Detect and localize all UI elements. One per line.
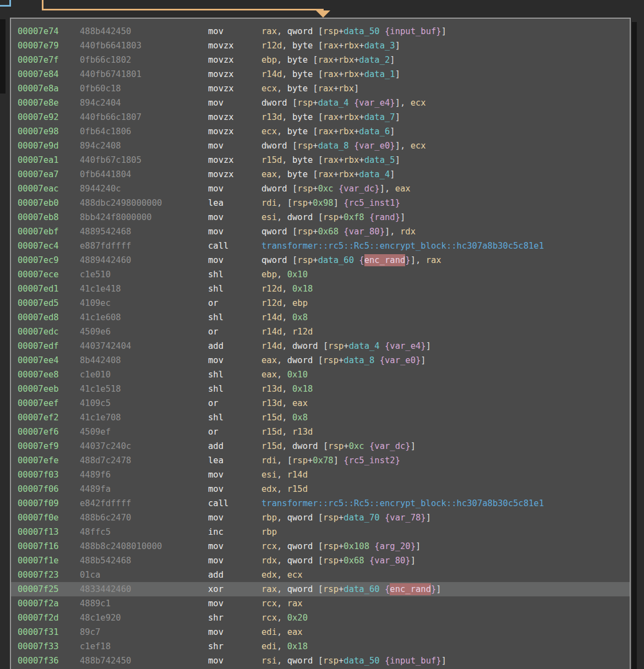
instruction-row[interactable]: 00007efe488d7c2478leardi, [rsp+0x78] {rc… (11, 453, 630, 468)
instruction-mnemonic[interactable]: shl (208, 267, 261, 282)
operand-token[interactable]: r15d (261, 413, 282, 423)
operand-token[interactable]: data_8 (343, 355, 374, 365)
instruction-address[interactable]: 00007ef6 (18, 425, 80, 439)
operand-token[interactable]: r15d (261, 155, 282, 165)
instruction-address[interactable]: 00007e92 (18, 110, 80, 124)
operand-token[interactable]: 0x10 (287, 270, 308, 279)
operand-token[interactable]: } (431, 584, 436, 594)
instruction-mnemonic[interactable]: add (208, 439, 261, 453)
operand-token[interactable]: {rc5_inst1} (339, 198, 400, 208)
instruction-address[interactable]: 00007f09 (18, 496, 80, 511)
operand-token[interactable]: 0x78 (313, 456, 333, 465)
operand-token[interactable]: data_7 (364, 112, 395, 122)
instruction-address[interactable]: 00007e79 (18, 39, 80, 53)
operand-token[interactable]: edx (261, 570, 277, 580)
operand-token[interactable]: r13d (261, 398, 282, 408)
operand-token[interactable]: rbp (261, 513, 277, 523)
instruction-mnemonic[interactable]: call (208, 496, 261, 511)
operand-token[interactable]: r14d (261, 341, 282, 351)
instruction-row[interactable]: 00007f2a4889c1movrcx, rax (11, 596, 630, 611)
instruction-row[interactable]: 00007ec94889442460movqword [rsp+data_60 … (11, 253, 630, 267)
instruction-address[interactable]: 00007f06 (18, 482, 80, 496)
instruction-row[interactable]: 00007f064489famovedx, r15d (11, 482, 630, 496)
operand-token[interactable]: { (354, 255, 364, 265)
instruction-address[interactable]: 00007f25 (18, 582, 80, 596)
operand-token[interactable]: { (380, 584, 390, 594)
operand-token[interactable]: data_8 (318, 141, 349, 151)
instruction-row[interactable]: 00007ed54109ecorr12d, ebp (11, 296, 630, 310)
instruction-address[interactable]: 00007f03 (18, 468, 80, 482)
operand-token[interactable]: rsp (292, 198, 308, 208)
instruction-address[interactable]: 00007ec9 (18, 253, 80, 267)
operand-token[interactable]: {var_dc} (364, 441, 411, 451)
operand-token[interactable]: r12d (261, 298, 282, 308)
instruction-mnemonic[interactable]: shr (208, 611, 261, 625)
operand-token[interactable]: rsp (297, 227, 313, 237)
instruction-mnemonic[interactable]: mov (208, 182, 261, 196)
instruction-mnemonic[interactable]: mov (208, 482, 261, 496)
operand-token[interactable]: {input_buf} (380, 26, 441, 36)
operand-token[interactable]: {var_e0} (374, 355, 421, 365)
instruction-address[interactable]: 00007e8a (18, 81, 80, 96)
instruction-address[interactable]: 00007e7f (18, 53, 80, 67)
instruction-address[interactable]: 00007e9d (18, 139, 80, 153)
operand-token[interactable]: rax (318, 169, 334, 179)
operand-token[interactable]: ecx (261, 84, 277, 94)
instruction-mnemonic[interactable]: add (208, 339, 261, 353)
instruction-row[interactable]: 00007ec4e887fdffffcalltransformer::rc5::… (11, 239, 630, 253)
operand-token[interactable]: eax (261, 370, 277, 380)
instruction-mnemonic[interactable]: shl (208, 282, 261, 296)
operand-token[interactable]: r14d (261, 312, 282, 322)
instruction-mnemonic[interactable]: mov (208, 596, 261, 611)
operand-token[interactable]: 0x20 (287, 613, 308, 623)
instruction-mnemonic[interactable]: or (208, 425, 261, 439)
operand-token[interactable]: r15d (287, 484, 308, 494)
instruction-mnemonic[interactable]: lea (208, 196, 261, 210)
instruction-mnemonic[interactable]: mov (208, 96, 261, 110)
operand-token[interactable]: data_60 (343, 584, 379, 594)
operand-token[interactable]: rax (323, 69, 339, 79)
instruction-row[interactable]: 00007e8a0fb60c18movzxecx, byte [rax+rbx] (11, 81, 630, 96)
operand-token[interactable]: rcx (261, 613, 277, 623)
instruction-mnemonic[interactable]: movzx (208, 167, 261, 182)
instruction-mnemonic[interactable]: shl (208, 368, 261, 382)
instruction-row[interactable]: 00007ea70fb6441804movzxeax, byte [rax+rb… (11, 167, 630, 182)
operand-token[interactable]: eax (261, 169, 277, 179)
instruction-mnemonic[interactable]: movzx (208, 39, 261, 53)
operand-token[interactable]: rax (287, 599, 303, 608)
call-target-link[interactable]: transformer::rc5::Rc5::encrypt_block::hc… (261, 498, 544, 508)
instruction-address[interactable]: 00007ed8 (18, 310, 80, 325)
operand-token[interactable]: rbx (339, 55, 354, 65)
instruction-mnemonic[interactable]: mov (208, 139, 261, 153)
instruction-address[interactable]: 00007ea7 (18, 167, 80, 182)
instruction-address[interactable]: 00007ed1 (18, 282, 80, 296)
instruction-row[interactable]: 00007f2301caaddedx, ecx (11, 568, 630, 582)
instruction-address[interactable]: 00007f36 (18, 654, 80, 668)
operand-token[interactable]: 0x8 (292, 312, 308, 322)
instruction-row[interactable]: 00007e79440fb6641803movzxr12d, byte [rax… (11, 39, 630, 53)
operand-token[interactable]: rsp (323, 212, 339, 222)
operand-token[interactable]: 0x18 (287, 641, 308, 651)
instruction-mnemonic[interactable]: mov (208, 253, 261, 267)
instruction-row[interactable]: 00007f2d48c1e920shrrcx, 0x20 (11, 611, 630, 625)
instruction-row[interactable]: 00007edf4403742404addr14d, dword [rsp+da… (11, 339, 630, 353)
operand-token[interactable]: rsp (323, 26, 339, 36)
instruction-address[interactable]: 00007ebf (18, 224, 80, 239)
instruction-row[interactable]: 00007eeb41c1e518shlr13d, 0x18 (11, 382, 630, 396)
operand-token[interactable]: data_2 (359, 55, 390, 65)
operand-token[interactable]: data_4 (318, 98, 349, 108)
operand-token[interactable]: rcx (261, 599, 277, 608)
instruction-address[interactable]: 00007e74 (18, 24, 80, 39)
instruction-row[interactable]: 00007e7f0fb66c1802movzxebp, byte [rax+rb… (11, 53, 630, 67)
operand-token[interactable]: data_6 (359, 127, 390, 136)
instruction-address[interactable]: 00007f1e (18, 553, 80, 568)
instruction-row-selected[interactable]: 00007f254833442460xorrax, qword [rsp+dat… (11, 582, 630, 596)
operand-token[interactable]: esi (261, 212, 277, 222)
instruction-mnemonic[interactable]: or (208, 296, 261, 310)
instruction-mnemonic[interactable]: or (208, 396, 261, 410)
operand-token[interactable]: rax (323, 112, 339, 122)
instruction-mnemonic[interactable]: mov (208, 511, 261, 525)
operand-token[interactable]: 0xc (349, 441, 364, 451)
instruction-mnemonic[interactable]: movzx (208, 81, 261, 96)
instruction-address[interactable]: 00007eeb (18, 382, 80, 396)
